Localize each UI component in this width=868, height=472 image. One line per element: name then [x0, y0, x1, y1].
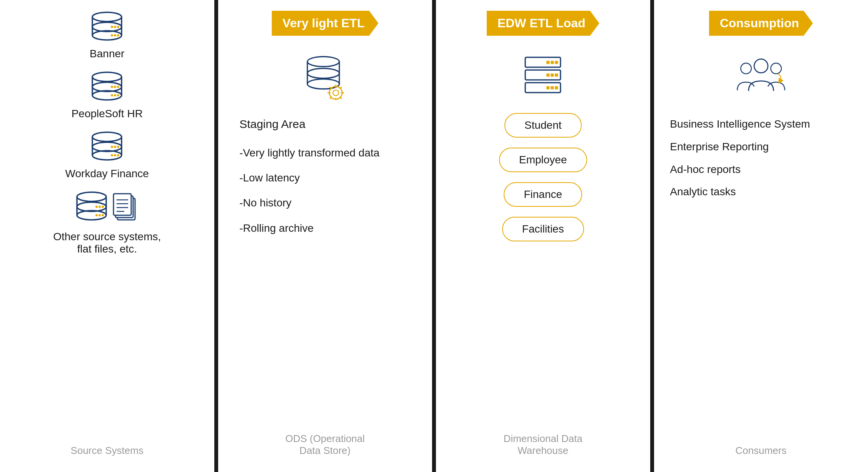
- staging-db-icon: [302, 54, 348, 101]
- architecture-diagram: Banner: [0, 0, 868, 472]
- ods-description: Staging Area -Very lightly transformed d…: [239, 113, 411, 238]
- svg-point-31: [98, 206, 101, 208]
- consumer-adhoc: Ad-hoc reports: [670, 158, 852, 181]
- svg-point-68: [754, 59, 768, 73]
- svg-point-69: [741, 63, 751, 74]
- svg-point-4: [114, 26, 116, 28]
- peoplesoft-label: PeopleSoft HR: [72, 108, 143, 120]
- svg-point-35: [102, 214, 104, 216]
- svg-point-27: [77, 192, 106, 201]
- divider-3: [650, 0, 654, 472]
- svg-point-24: [111, 154, 113, 156]
- svg-rect-61: [555, 61, 558, 64]
- ddw-footer: Dimensional Data Warehouse: [504, 433, 583, 457]
- consumers-people-icon: [736, 54, 786, 101]
- svg-rect-38: [114, 194, 131, 215]
- ddw-content: Student Employee Finance Facilities: [436, 0, 650, 472]
- svg-point-8: [117, 34, 119, 37]
- svg-point-34: [98, 214, 101, 216]
- svg-point-33: [95, 214, 98, 216]
- workday-label: Workday Finance: [65, 168, 149, 180]
- other-source-label: Other source systems, flat files, etc.: [53, 231, 161, 255]
- svg-point-25: [114, 154, 116, 156]
- svg-point-16: [114, 94, 116, 96]
- peoplesoft-item: PeopleSoft HR: [72, 71, 143, 120]
- source-footer: Source Systems: [71, 445, 144, 457]
- banner-item: Banner: [90, 12, 124, 60]
- svg-point-30: [95, 206, 98, 208]
- svg-rect-66: [551, 86, 554, 89]
- finance-pill: Finance: [504, 182, 582, 207]
- consumers-column: Consumption: [654, 0, 868, 472]
- consumer-enterprise: Enterprise Reporting: [670, 136, 852, 158]
- svg-rect-59: [546, 61, 549, 64]
- svg-point-7: [114, 34, 116, 37]
- ods-bullet-4: -Rolling archive: [239, 218, 411, 238]
- svg-point-22: [114, 146, 116, 148]
- ods-bullet-3: -No history: [239, 193, 411, 213]
- ods-bullet-1: -Very lightly transformed data: [239, 143, 411, 163]
- svg-point-12: [111, 86, 113, 88]
- svg-rect-63: [551, 73, 554, 76]
- consumption-banner: Consumption: [709, 11, 813, 36]
- source-content: Banner: [0, 0, 214, 472]
- ods-bullet-2: -Low latency: [239, 168, 411, 188]
- consumer-bis: Business Intelligence System: [670, 113, 852, 136]
- svg-line-53: [340, 97, 342, 99]
- ddw-pills-container: Student Employee Finance Facilities: [499, 109, 587, 245]
- svg-rect-60: [551, 61, 554, 64]
- svg-point-45: [307, 79, 339, 89]
- svg-point-6: [111, 34, 113, 37]
- svg-point-47: [333, 90, 339, 96]
- ods-column: Very light ETL: [218, 0, 432, 472]
- banner-label: Banner: [90, 48, 124, 60]
- other-source-icons: [74, 191, 140, 224]
- consumers-footer: Consumers: [735, 445, 786, 457]
- ods-content: Staging Area -Very lightly transformed d…: [218, 0, 432, 472]
- svg-point-23: [117, 146, 119, 148]
- svg-rect-65: [546, 86, 549, 89]
- svg-point-14: [117, 86, 119, 88]
- banner-db-icon: [90, 12, 124, 44]
- svg-point-21: [111, 146, 113, 148]
- svg-point-18: [92, 132, 122, 141]
- workday-db-icon: [90, 131, 124, 164]
- peoplesoft-db-icon: [90, 71, 124, 104]
- flat-files-icon: [113, 191, 140, 224]
- svg-point-44: [307, 68, 339, 78]
- employee-pill: Employee: [499, 148, 587, 172]
- consumer-list: Business Intelligence System Enterprise …: [670, 113, 852, 203]
- svg-point-70: [771, 63, 781, 74]
- svg-point-3: [111, 26, 113, 28]
- svg-point-5: [117, 26, 119, 28]
- edw-banner: EDW ETL Load: [487, 11, 599, 36]
- facilities-pill: Facilities: [502, 217, 584, 241]
- consumers-content: Business Intelligence System Enterprise …: [654, 0, 868, 472]
- svg-point-17: [117, 94, 119, 96]
- warehouse-server-icon: [522, 54, 564, 98]
- etl-banner: Very light ETL: [272, 11, 378, 36]
- svg-rect-62: [546, 73, 549, 76]
- svg-line-54: [330, 97, 332, 99]
- divider-2: [432, 0, 436, 472]
- svg-line-55: [340, 87, 342, 89]
- svg-point-0: [92, 12, 122, 22]
- staging-area-title: Staging Area: [239, 113, 411, 135]
- consumer-analytic: Analytic tasks: [670, 181, 852, 203]
- svg-rect-67: [555, 86, 558, 89]
- source-systems-column: Banner: [0, 0, 214, 472]
- student-pill: Student: [504, 113, 582, 138]
- svg-rect-64: [555, 73, 558, 76]
- svg-point-32: [102, 206, 104, 208]
- divider-1: [214, 0, 218, 472]
- svg-point-9: [92, 72, 122, 81]
- workday-item: Workday Finance: [65, 131, 149, 180]
- other-source-item: Other source systems, flat files, etc.: [53, 191, 161, 255]
- svg-point-43: [307, 57, 339, 66]
- svg-point-26: [117, 154, 119, 156]
- ods-footer: ODS (Operational Data Store): [285, 433, 365, 457]
- other-db-icon: [74, 191, 109, 224]
- svg-point-13: [114, 86, 116, 88]
- svg-point-15: [111, 94, 113, 96]
- ddw-column: EDW ETL Load: [436, 0, 650, 472]
